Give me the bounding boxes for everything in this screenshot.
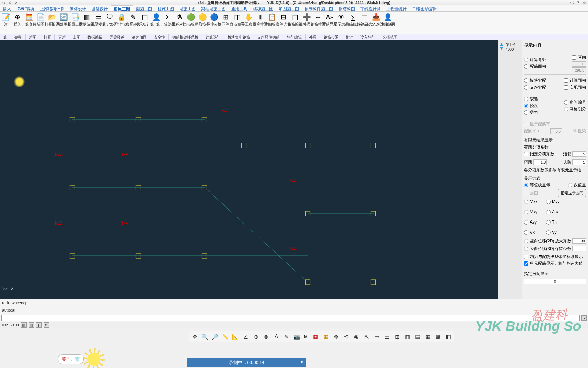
sublabel-0[interactable]: 算 bbox=[0, 34, 11, 40]
info-icon[interactable]: ⓘ bbox=[570, 0, 574, 5]
radio-contour[interactable] bbox=[524, 183, 528, 187]
recording-close-icon[interactable]: ✕ bbox=[300, 359, 304, 365]
sublabel-3[interactable]: 打开 bbox=[40, 34, 55, 40]
sublabel-17[interactable]: 统计 bbox=[342, 34, 357, 40]
sublabel-19[interactable]: 选择范围 bbox=[379, 34, 401, 40]
sublabel-10[interactable]: 钢筋桁架楼承板 bbox=[169, 34, 202, 40]
more5-icon[interactable]: ◧ bbox=[444, 332, 453, 341]
dec-val[interactable] bbox=[572, 246, 586, 251]
redo-icon[interactable]: ↪ bbox=[1, 0, 6, 5]
help-icon[interactable]: ? bbox=[576, 0, 581, 5]
layer-icon[interactable]: ☰ bbox=[382, 332, 391, 341]
close-doc-icon[interactable]: ✕ bbox=[14, 0, 18, 5]
sublabel-8[interactable]: 鉴定加固 bbox=[128, 34, 150, 40]
radio-axis-Mxx[interactable] bbox=[524, 200, 528, 204]
pdf-icon[interactable]: ▦ bbox=[311, 332, 320, 341]
camera-icon[interactable]: 📷 bbox=[292, 332, 301, 341]
sublabel-18[interactable]: 读入钢筋 bbox=[357, 34, 379, 40]
arrow-down-icon[interactable]: ▼ bbox=[499, 46, 504, 50]
pencil-icon[interactable]: ✎ bbox=[282, 332, 291, 341]
ribbon-18[interactable]: 🔵标注表格 bbox=[208, 12, 220, 34]
chk-spec-coef[interactable] bbox=[524, 152, 528, 156]
cmd-dropdown-icon[interactable]: ▾ bbox=[581, 315, 587, 321]
more2-icon[interactable]: ▤ bbox=[413, 332, 422, 341]
chk-force-global[interactable] bbox=[524, 255, 528, 259]
share-icon[interactable]: ⇱ bbox=[362, 332, 371, 341]
ribbon-12[interactable]: ▤楼承板计算 bbox=[139, 12, 150, 34]
btn-spec-region[interactable]: 指定显示区间 bbox=[558, 189, 586, 197]
radio-disp3d[interactable] bbox=[524, 247, 528, 251]
ribbon-0[interactable]: 📝注 bbox=[0, 12, 12, 34]
radio-moment[interactable] bbox=[524, 58, 528, 62]
sublabel-11[interactable]: 计算选筋 bbox=[202, 34, 224, 40]
radio-numeric[interactable] bbox=[568, 183, 572, 187]
zoom-in-icon[interactable]: 🔍 bbox=[200, 332, 209, 341]
more3-icon[interactable]: ▦ bbox=[423, 332, 432, 341]
ribbon-33[interactable]: 👤选择范围 bbox=[382, 12, 393, 34]
menu-10[interactable]: 通用工具 bbox=[228, 5, 250, 11]
radio-axis-Myy[interactable] bbox=[546, 200, 551, 204]
command-input[interactable] bbox=[1, 315, 580, 321]
radio-crack[interactable] bbox=[524, 97, 528, 101]
menu-0[interactable]: 输入 bbox=[0, 5, 14, 11]
chk-actual-area[interactable] bbox=[564, 85, 568, 90]
ribbon-25[interactable]: ▤钢筋编辑 bbox=[289, 12, 301, 34]
chk-unit-reinf[interactable] bbox=[524, 261, 528, 266]
compass-icon[interactable]: ⊕ bbox=[251, 332, 260, 341]
radio-axis-Asx[interactable] bbox=[546, 210, 551, 214]
sublabel-1[interactable]: 参数 bbox=[11, 34, 26, 40]
menu-9[interactable]: 梁柱墙施工图 bbox=[198, 5, 228, 11]
menu-12[interactable]: 加固施工图 bbox=[276, 5, 302, 11]
sublabel-7[interactable]: 无梁楼盖 bbox=[106, 34, 128, 40]
radio-axis-Asy[interactable] bbox=[524, 220, 528, 225]
more1-icon[interactable]: ▥ bbox=[403, 332, 412, 341]
menu-8[interactable]: 墙施工图 bbox=[177, 5, 198, 11]
tree-icon[interactable]: ⊞ bbox=[393, 332, 402, 341]
pan-icon[interactable]: ✥ bbox=[190, 332, 199, 341]
radio-axis-Thi[interactable] bbox=[546, 220, 551, 225]
dead-load-val[interactable] bbox=[533, 159, 547, 165]
radio-axis-Vx[interactable] bbox=[524, 230, 528, 235]
text-icon[interactable]: A bbox=[272, 332, 281, 341]
chk-range[interactable] bbox=[572, 55, 576, 60]
star-icon[interactable]: ☆ bbox=[582, 0, 587, 5]
more4-icon[interactable]: ▩ bbox=[434, 332, 442, 341]
page-arrows[interactable]: ▲▼ bbox=[499, 42, 504, 50]
live-load-val[interactable] bbox=[572, 151, 586, 157]
menu-14[interactable]: 钢结构图 bbox=[336, 5, 358, 11]
menu-4[interactable]: 基础设计 bbox=[89, 5, 111, 11]
sublabel-12[interactable]: 板块集中钢筋 bbox=[224, 34, 254, 40]
ime-bubble[interactable]: 英 °， 👕 bbox=[58, 354, 84, 364]
ribbon-2[interactable]: 🧮计算参数 bbox=[23, 12, 35, 34]
menu-16[interactable]: 工程量统计 bbox=[383, 5, 409, 11]
menu-1[interactable]: DWG转换 bbox=[14, 5, 37, 11]
print-icon[interactable]: ⎙ bbox=[7, 0, 12, 5]
ruler-icon[interactable]: 📏 bbox=[221, 332, 230, 341]
radio-support-actual[interactable] bbox=[524, 85, 528, 90]
angle-icon[interactable]: ∠ bbox=[241, 332, 250, 341]
sublabel-2[interactable]: 新图 bbox=[26, 34, 40, 40]
sublabel-4[interactable]: 更新 bbox=[55, 34, 69, 40]
sublabel-6[interactable]: 数据编辑 bbox=[84, 34, 106, 40]
radio-room-id[interactable] bbox=[564, 100, 568, 105]
radio-disp2d[interactable] bbox=[524, 239, 528, 243]
menu-5[interactable]: 板施工图 bbox=[111, 5, 133, 11]
grid-icon[interactable]: ▦ bbox=[21, 322, 27, 328]
sublabel-13[interactable]: 支座原位钢筋 bbox=[254, 34, 283, 40]
menu-15[interactable]: 非线性计算 bbox=[358, 5, 383, 11]
refresh-icon[interactable]: ⟳ bbox=[44, 322, 49, 328]
dwg-icon[interactable]: ▦ bbox=[321, 332, 330, 341]
frame-icon[interactable]: ▭ bbox=[372, 332, 381, 341]
radio-axis-Mxy[interactable] bbox=[524, 210, 528, 214]
menu-2[interactable]: 上部结构计算 bbox=[37, 5, 67, 11]
chk-calc-area[interactable] bbox=[564, 78, 568, 83]
menu-13[interactable]: 预制构件施工图 bbox=[302, 5, 336, 11]
radio-shear[interactable] bbox=[524, 110, 528, 115]
radio-mesh[interactable] bbox=[564, 107, 568, 111]
sun-avatar-icon[interactable] bbox=[86, 351, 102, 367]
sublabel-14[interactable]: 钢筋编辑 bbox=[283, 34, 306, 40]
sublabel-16[interactable]: 钢筋拉通 bbox=[320, 34, 342, 40]
sublabel-5[interactable]: 出图 bbox=[69, 34, 84, 40]
zoom-out-icon[interactable]: 🔎 bbox=[211, 332, 219, 341]
radio-deflection[interactable] bbox=[524, 104, 528, 108]
